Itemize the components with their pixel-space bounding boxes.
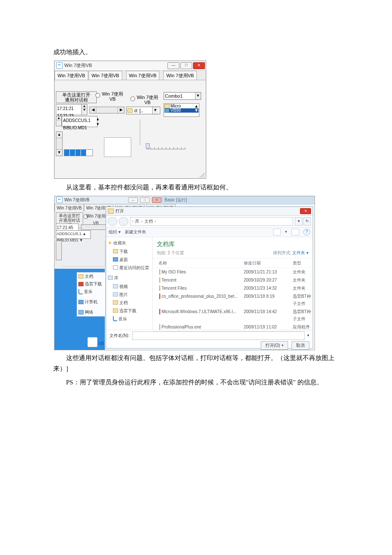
cancel-button[interactable]: 取消 xyxy=(291,341,309,350)
chevron-down-icon[interactable]: ▼ xyxy=(195,93,201,99)
minimize-button[interactable] xyxy=(128,197,138,203)
tab-2[interactable]: Win 7使用VB xyxy=(89,71,122,80)
list-down-icon[interactable]: ▼ xyxy=(96,121,100,128)
bg-list-1: ADDSCCUS.1 ▲ xyxy=(57,231,90,237)
file-row[interactable]: cn_office_professional_plus_2010_bet...2… xyxy=(153,292,313,308)
file-type-icon xyxy=(159,277,160,283)
organize-menu[interactable]: 组织 ▾ xyxy=(109,228,121,235)
dir-item-2: VB98 xyxy=(170,108,181,113)
col-type[interactable]: 类型 xyxy=(293,259,313,267)
network-icon xyxy=(78,310,84,314)
preview-pane-button[interactable] xyxy=(291,229,299,235)
scroll-down-icon[interactable]: ▼ xyxy=(56,149,62,156)
bg-file-listbox[interactable]: ADDSCCUS.1 ▲ BIBLIO.MD1 ▼ xyxy=(56,230,91,239)
location-subtitle: 包括: 2 个位置 xyxy=(157,249,184,256)
scroll-up-icon[interactable]: ▲ xyxy=(56,132,62,138)
window-titlebar[interactable]: Win 7使用VB xyxy=(55,61,206,71)
radio-1-label: Win 7使用 VB xyxy=(101,91,124,102)
scroll-right-icon[interactable]: ▶ xyxy=(118,107,124,113)
file-row[interactable]: Tencent Files2009/11/23 14:32文件夹 xyxy=(153,284,313,292)
dir-listbox[interactable]: Micro▲ VB98▼ xyxy=(164,103,199,117)
sidebar-thunder[interactable]: 迅雷下载 xyxy=(119,307,136,314)
combo-box[interactable]: ▼ xyxy=(164,92,201,100)
open-common-dialog-button[interactable]: 单击这里打开 通用对话框 xyxy=(56,91,97,103)
search-button[interactable]: ↻ xyxy=(303,217,311,226)
file-listbox[interactable]: ADDSCCUS.1 BIBLIO.MD1 xyxy=(62,116,98,127)
dialog-toolbar: 组织 ▾ 新建文件夹 ▾ ? xyxy=(106,227,313,237)
file-type-icon xyxy=(159,293,160,299)
file-row[interactable]: My ISO Files2009/11/21 21:13文件夹 xyxy=(153,268,313,276)
sidebar-item[interactable]: 网络 xyxy=(85,309,93,316)
breadcrumb-1[interactable]: 库 xyxy=(135,218,139,225)
time-updown[interactable]: 17:21:21 17:21:23 xyxy=(56,104,83,115)
dialog-titlebar[interactable]: 打开 ✕ xyxy=(106,207,313,216)
refresh-button[interactable]: ▾ xyxy=(295,217,303,226)
music-icon xyxy=(78,289,83,294)
maximize-button[interactable] xyxy=(140,197,150,203)
v-scrollbar[interactable]: ▲▼ xyxy=(56,131,63,156)
tab-1[interactable]: Win 7使用VB xyxy=(55,204,84,212)
list-spin[interactable]: ▲ xyxy=(56,116,62,126)
drive-value[interactable] xyxy=(133,108,152,113)
filename-input[interactable] xyxy=(132,331,305,340)
back-button[interactable] xyxy=(108,217,117,226)
forward-button[interactable] xyxy=(119,217,128,226)
sidebar-documents[interactable]: 文档 xyxy=(119,299,128,306)
minimize-button[interactable] xyxy=(167,62,179,69)
app-icon xyxy=(56,62,63,69)
file-list-header[interactable]: 名称 修改日期 类型 xyxy=(153,258,313,268)
close-button[interactable] xyxy=(193,62,205,69)
close-button[interactable]: ✕ xyxy=(300,208,311,214)
tab-1[interactable]: Win 7使用VB xyxy=(55,71,88,80)
folder-icon xyxy=(78,274,84,279)
sidebar-item[interactable]: 计算机 xyxy=(85,299,98,305)
spin-buttons[interactable]: ▲▼ xyxy=(81,104,87,115)
open-button[interactable]: 打开(O) xyxy=(261,341,288,350)
file-row[interactable]: Microsoft.Windows.7.ULTIMATE.x86.I...200… xyxy=(153,308,313,323)
close-button[interactable] xyxy=(152,197,161,203)
bg-h-scrollbar[interactable] xyxy=(81,224,107,230)
bg-v-scrollbar[interactable] xyxy=(56,241,62,260)
view-mode-button[interactable] xyxy=(273,229,281,235)
chevron-down-icon[interactable]: ▼ xyxy=(152,107,158,114)
tab-3[interactable]: Win 7使用VB xyxy=(126,71,160,80)
sidebar-music[interactable]: 音乐 xyxy=(118,315,127,323)
sidebar-videos[interactable]: 视频 xyxy=(119,283,128,290)
sidebar-desktop[interactable]: 桌面 xyxy=(119,256,128,263)
col-date[interactable]: 修改日期 xyxy=(244,259,293,267)
tab-4[interactable]: Win 7使用VB xyxy=(163,71,197,80)
window-title: Win 7使用VB xyxy=(64,61,92,70)
help-button[interactable]: ? xyxy=(303,229,310,235)
thunder-icon xyxy=(78,282,84,286)
vb-form-screenshot: Win 7使用VB Win 7使用VB Win 7使用VB Win 7使用VB … xyxy=(54,61,206,179)
sidebar-item[interactable]: 音乐 xyxy=(84,288,92,295)
sidebar-item[interactable]: 迅雷下载 xyxy=(85,281,102,288)
file-row[interactable]: Tencent2009/10/29 20:27文件夹 xyxy=(153,276,313,284)
maximize-button[interactable] xyxy=(180,62,192,69)
sidebar-downloads[interactable]: 下载 xyxy=(119,248,128,255)
breadcrumb[interactable]: 库 文档 xyxy=(130,217,293,226)
breadcrumb-2[interactable]: 文档 xyxy=(144,218,153,225)
library-icon xyxy=(108,276,113,280)
sidebar-pictures[interactable]: 图片 xyxy=(119,291,128,298)
radio-1[interactable] xyxy=(95,93,100,98)
file-type-icon xyxy=(159,324,160,330)
desktop-vb-icon[interactable]: VB xyxy=(84,334,104,347)
radio-2[interactable] xyxy=(130,96,135,101)
folder-icon xyxy=(164,104,170,108)
combo-input[interactable] xyxy=(164,93,195,99)
sort-mode-link[interactable]: 文件夹 ▾ xyxy=(292,250,308,255)
resize-grip-icon[interactable] xyxy=(199,172,205,177)
scroll-left-icon[interactable]: ◀ xyxy=(90,107,96,113)
drive-combo[interactable]: ▼ xyxy=(126,107,160,114)
dialog-footer: 文件名(N): ▾ 打开(O) 取消 xyxy=(106,330,313,348)
new-folder-button[interactable]: 新建文件夹 xyxy=(125,228,146,235)
slider[interactable] xyxy=(147,146,185,152)
sidebar-recent[interactable]: 最近访问的位置 xyxy=(119,264,149,271)
file-item-1: ADDSCCUS.1 xyxy=(63,117,96,124)
sidebar-item[interactable]: 文档 xyxy=(85,273,93,280)
col-name[interactable]: 名称 xyxy=(153,259,244,267)
h-scrollbar[interactable]: ◀▶ xyxy=(89,107,124,113)
file-list[interactable]: My ISO Files2009/11/21 21:13文件夹Tencent20… xyxy=(153,268,313,331)
time-line-1: 17:21:21 xyxy=(57,105,82,112)
